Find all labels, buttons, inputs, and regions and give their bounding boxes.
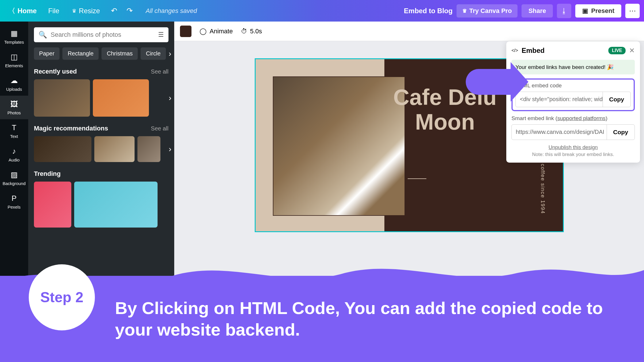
html-embed-section: HTML embed code <div style="position: re… xyxy=(511,78,635,111)
section-head: Magic recommendations See all xyxy=(34,125,168,132)
crown-icon: ♛ xyxy=(462,8,467,14)
smart-embed-label: Smart embed link (supported platforms) xyxy=(511,115,635,122)
file-menu[interactable]: File xyxy=(43,5,65,17)
sidenav-label: Elements xyxy=(5,63,23,68)
tutorial-overlay: Step 2 By Clicking on HTML Code, You can… xyxy=(0,259,644,362)
sidenav-text[interactable]: TText xyxy=(0,119,28,143)
animate-label: Animate xyxy=(210,28,233,35)
canvas-toolbar: ◯ Animate ⏱ 5.0s xyxy=(174,22,644,41)
more-button[interactable]: ⋯ xyxy=(625,4,640,18)
photo-thumb[interactable] xyxy=(74,182,158,228)
text-icon: T xyxy=(12,123,16,132)
see-all-link[interactable]: See all xyxy=(151,125,168,132)
pexels-icon: P xyxy=(12,194,16,203)
try-pro-button[interactable]: ♛ Try Canva Pro xyxy=(457,4,518,18)
arrow-icon xyxy=(466,69,512,95)
copy-html-button[interactable]: Copy xyxy=(603,92,631,107)
photo-thumb[interactable] xyxy=(137,136,160,162)
share-button[interactable]: Share xyxy=(522,4,553,18)
present-button[interactable]: ▣ Present xyxy=(575,4,621,18)
sidenav-pexels[interactable]: PPexels xyxy=(0,190,28,213)
section-trending: Trending xyxy=(34,170,168,228)
magic-thumbs: › xyxy=(34,136,168,162)
design-divider xyxy=(408,178,426,179)
sidenav-background[interactable]: ▨Background xyxy=(0,166,28,190)
animate-button[interactable]: ◯ Animate xyxy=(200,28,233,35)
sidenav-elements[interactable]: ◫Elements xyxy=(0,49,28,72)
photo-thumb[interactable] xyxy=(34,182,71,228)
trending-thumbs xyxy=(34,182,168,228)
smart-label-post: ) xyxy=(605,115,607,121)
topbar-left: 〈 Home File ♛ Resize ↶ ↷ All changes sav… xyxy=(4,4,197,18)
photo-thumb[interactable] xyxy=(34,136,91,162)
chip-rectangle[interactable]: Rectangle xyxy=(62,47,99,60)
home-label: Home xyxy=(18,7,37,15)
design-image[interactable] xyxy=(273,76,405,216)
supported-platforms-link[interactable]: supported platforms xyxy=(557,115,605,121)
sidenav-uploads[interactable]: ☁Uploads xyxy=(0,72,28,96)
step-text: Step 2 xyxy=(40,289,83,306)
embed-popup: </> Embed LIVE ✕ Your embed links have b… xyxy=(506,41,640,163)
close-icon[interactable]: ✕ xyxy=(629,47,635,55)
chevron-right-icon[interactable]: › xyxy=(169,145,171,154)
smart-embed-input[interactable]: https://www.canva.com/design/DAI xyxy=(512,125,607,140)
sidenav-label: Pexels xyxy=(7,205,20,209)
chevron-right-icon[interactable]: › xyxy=(169,93,171,103)
search-chips: Paper Rectangle Christmas Circle › xyxy=(34,47,168,60)
download-icon: ⭳ xyxy=(561,7,568,15)
section-recent: Recently used See all › xyxy=(34,68,168,117)
smart-label-pre: Smart embed link ( xyxy=(511,115,557,121)
filter-icon[interactable]: ☰ xyxy=(158,31,164,38)
audio-icon: ♪ xyxy=(12,147,16,156)
section-magic: Magic recommendations See all › xyxy=(34,125,168,162)
animate-icon: ◯ xyxy=(200,28,207,35)
see-all-link[interactable]: See all xyxy=(151,68,168,75)
home-button[interactable]: 〈 Home xyxy=(4,4,41,18)
try-pro-label: Try Canva Pro xyxy=(469,7,512,15)
sidenav-label: Templates xyxy=(4,40,24,45)
photos-icon: 🖼 xyxy=(10,100,18,109)
chip-circle[interactable]: Circle xyxy=(141,47,166,60)
search-box[interactable]: 🔍 ☰ xyxy=(34,27,168,42)
html-embed-input[interactable]: <div style="position: relative; width xyxy=(516,92,603,107)
photo-thumb[interactable] xyxy=(94,136,135,162)
live-badge: LIVE xyxy=(608,47,626,54)
search-input[interactable] xyxy=(51,31,155,38)
redo-button[interactable]: ↷ xyxy=(123,4,136,18)
sidenav-photos[interactable]: 🖼Photos xyxy=(0,96,28,119)
photo-thumb[interactable] xyxy=(34,79,90,117)
overlay-text: By Clicking on HTML Code, You can add th… xyxy=(115,297,615,340)
arrow-callout xyxy=(466,69,512,95)
chip-christmas[interactable]: Christmas xyxy=(101,47,138,60)
copy-smart-button[interactable]: Copy xyxy=(607,125,635,140)
section-title: Recently used xyxy=(34,68,77,75)
photo-thumb[interactable] xyxy=(93,79,149,117)
sidenav-label: Text xyxy=(10,134,18,139)
html-embed-label: HTML embed code xyxy=(515,82,631,89)
present-label: Present xyxy=(591,7,614,15)
color-swatch[interactable] xyxy=(180,26,191,37)
download-button[interactable]: ⭳ xyxy=(557,4,571,18)
step-badge: Step 2 xyxy=(29,264,95,330)
templates-icon: ▦ xyxy=(11,29,18,38)
title-line: Moon xyxy=(393,110,497,134)
sidenav-audio[interactable]: ♪Audio xyxy=(0,143,28,166)
unpublish-link[interactable]: Unpublish this design xyxy=(511,145,635,151)
sidenav-templates[interactable]: ▦Templates xyxy=(0,25,28,49)
elements-icon: ◫ xyxy=(11,53,18,61)
resize-button[interactable]: ♛ Resize xyxy=(67,5,105,17)
background-icon: ▨ xyxy=(11,170,18,179)
chevron-right-icon[interactable]: › xyxy=(169,49,171,58)
redo-icon: ↷ xyxy=(126,6,133,15)
section-head: Trending xyxy=(34,170,168,178)
chip-paper[interactable]: Paper xyxy=(34,47,60,60)
embed-to-blog-link[interactable]: Embed to Blog xyxy=(404,7,453,15)
section-head: Recently used See all xyxy=(34,68,168,75)
undo-button[interactable]: ↶ xyxy=(108,4,121,18)
code-icon: </> xyxy=(511,48,518,53)
timer-icon: ⏱ xyxy=(241,28,247,35)
duration-control[interactable]: ⏱ 5.0s xyxy=(241,28,262,35)
embed-title: Embed xyxy=(522,47,605,55)
recent-thumbs: › xyxy=(34,79,168,117)
chevron-left-icon: 〈 xyxy=(8,6,15,16)
